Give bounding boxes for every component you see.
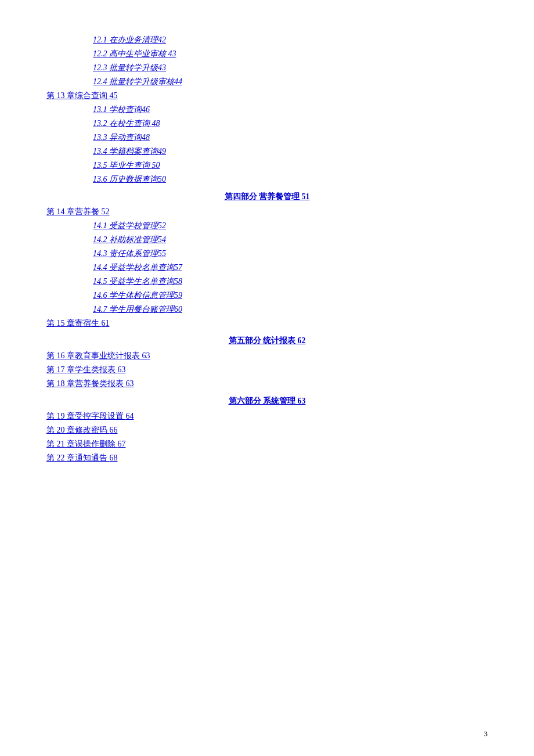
toc-link-14-2[interactable]: 14.2 补助标准管理54 xyxy=(93,235,488,245)
toc-text-17: 第 17 章学生类报表 xyxy=(46,365,118,374)
toc-link-15[interactable]: 第 15 章寄宿生 61 xyxy=(46,318,488,329)
toc-row-14-4: 14.4 受益学校名单查询57 xyxy=(46,262,488,273)
toc-link-13[interactable]: 第 13 章综合查询 45 xyxy=(46,91,488,101)
toc-page-22: 68 xyxy=(110,453,118,462)
toc-link-19[interactable]: 第 19 章受控字段设置 64 xyxy=(46,411,488,422)
toc-link-13-6[interactable]: 13.6 历史数据查询50 xyxy=(93,174,488,185)
toc-page-14-2: 54 xyxy=(158,235,166,244)
toc-text-13-1: 13.1 学校查询 xyxy=(93,105,142,114)
toc-row-19: 第 19 章受控字段设置 64 xyxy=(46,411,488,422)
toc-row-part5: 第五部分 统计报表 62 xyxy=(46,336,488,346)
toc-link-12-3[interactable]: 12.3 批量转学升级43 xyxy=(93,63,488,73)
toc-page-14: 52 xyxy=(102,207,110,216)
toc-text-14-5: 14.5 受益学生名单查询 xyxy=(93,277,174,286)
toc-link-12-2[interactable]: 12.2 高中生毕业审核 43 xyxy=(93,49,488,59)
toc-link-20[interactable]: 第 20 章修改密码 66 xyxy=(46,425,488,435)
toc-text-13-3: 13.3 异动查询 xyxy=(93,133,142,142)
toc-text-13-2: 13.2 在校生查询 xyxy=(93,119,152,128)
toc-page-13: 45 xyxy=(110,91,118,100)
toc-page-12-4: 44 xyxy=(174,77,182,86)
toc-link-16[interactable]: 第 16 章教育事业统计报表 63 xyxy=(46,351,488,361)
toc-link-14-7[interactable]: 14.7 学生用餐台账管理60 xyxy=(93,304,488,315)
toc-page-18: 63 xyxy=(126,379,134,388)
toc-row-22: 第 22 章通知通告 68 xyxy=(46,453,488,463)
toc-row-13-4: 13.4 学籍档案查询49 xyxy=(46,146,488,157)
toc-link-14-5[interactable]: 14.5 受益学生名单查询58 xyxy=(93,276,488,287)
toc-text-part4: 第四部分 营养餐管理 51 xyxy=(225,192,310,201)
toc-page-17: 63 xyxy=(118,365,126,374)
toc-text-13-6: 13.6 历史数据查询 xyxy=(93,175,158,183)
toc-link-part5[interactable]: 第五部分 统计报表 62 xyxy=(46,336,488,346)
toc-row-part4: 第四部分 营养餐管理 51 xyxy=(46,192,488,202)
toc-row-13-1: 13.1 学校查询46 xyxy=(46,105,488,115)
toc-link-part4[interactable]: 第四部分 营养餐管理 51 xyxy=(46,192,488,202)
toc-page-12-3: 43 xyxy=(158,63,166,72)
toc-page-13-1: 46 xyxy=(142,105,150,114)
toc-link-13-5[interactable]: 13.5 毕业生查询 50 xyxy=(93,160,488,171)
toc-page-14-7: 60 xyxy=(174,305,182,314)
toc-row-20: 第 20 章修改密码 66 xyxy=(46,425,488,435)
toc-row-18: 第 18 章营养餐类报表 63 xyxy=(46,379,488,389)
toc-page-13-3: 48 xyxy=(142,133,150,142)
toc-link-14-3[interactable]: 14.3 责任体系管理55 xyxy=(93,249,488,259)
toc-text-14-3: 14.3 责任体系管理 xyxy=(93,249,158,258)
toc-link-18[interactable]: 第 18 章营养餐类报表 63 xyxy=(46,379,488,389)
toc-link-22[interactable]: 第 22 章通知通告 68 xyxy=(46,453,488,463)
toc-page-19: 64 xyxy=(126,412,134,420)
toc-text-12-2: 12.2 高中生毕业审核 xyxy=(93,49,168,58)
toc-text-13: 第 13 章综合查询 xyxy=(46,91,110,100)
toc-row-12-3: 12.3 批量转学升级43 xyxy=(46,63,488,73)
toc-row-14-5: 14.5 受益学生名单查询58 xyxy=(46,276,488,287)
toc-row-14: 第 14 章营养餐 52 xyxy=(46,207,488,217)
toc-row-13-2: 13.2 在校生查询 48 xyxy=(46,118,488,129)
toc-row-13-5: 13.5 毕业生查询 50 xyxy=(46,160,488,171)
toc-link-13-4[interactable]: 13.4 学籍档案查询49 xyxy=(93,146,488,157)
toc-link-14-4[interactable]: 14.4 受益学校名单查询57 xyxy=(93,262,488,273)
toc-text-18: 第 18 章营养餐类报表 xyxy=(46,379,126,388)
toc-row-14-1: 14.1 受益学校管理52 xyxy=(46,221,488,231)
toc-text-20: 第 20 章修改密码 xyxy=(46,426,110,434)
toc-row-21: 第 21 章误操作删除 67 xyxy=(46,439,488,449)
toc-link-21[interactable]: 第 21 章误操作删除 67 xyxy=(46,439,488,449)
toc-page-14-4: 57 xyxy=(174,263,182,272)
toc-text-12-1: 12.1 在办业务清理 xyxy=(93,35,158,44)
toc-page-15: 61 xyxy=(102,319,110,327)
toc-row-13: 第 13 章综合查询 45 xyxy=(46,91,488,101)
toc-text-14-2: 14.2 补助标准管理 xyxy=(93,235,158,244)
toc-page-14-1: 52 xyxy=(158,221,166,230)
toc-link-part6[interactable]: 第六部分 系统管理 63 xyxy=(46,396,488,406)
toc-text-13-4: 13.4 学籍档案查询 xyxy=(93,147,158,156)
toc-link-13-2[interactable]: 13.2 在校生查询 48 xyxy=(93,118,488,129)
toc-text-part5: 第五部分 统计报表 62 xyxy=(229,336,306,345)
toc-text-13-5: 13.5 毕业生查询 xyxy=(93,161,152,170)
toc-link-13-3[interactable]: 13.3 异动查询48 xyxy=(93,132,488,143)
toc-link-12-1[interactable]: 12.1 在办业务清理42 xyxy=(93,35,488,45)
toc-row-13-3: 13.3 异动查询48 xyxy=(46,132,488,143)
toc-page-13-6: 50 xyxy=(158,175,166,183)
toc-row-part6: 第六部分 系统管理 63 xyxy=(46,396,488,406)
toc-link-12-4[interactable]: 12.4 批量转学升级审核44 xyxy=(93,77,488,87)
toc-page-14-6: 59 xyxy=(174,291,182,300)
toc-row-17: 第 17 章学生类报表 63 xyxy=(46,365,488,375)
toc-text-12-4: 12.4 批量转学升级审核 xyxy=(93,77,174,86)
toc-link-17[interactable]: 第 17 章学生类报表 63 xyxy=(46,365,488,375)
toc-link-13-1[interactable]: 13.1 学校查询46 xyxy=(93,105,488,115)
toc-text-12-3: 12.3 批量转学升级 xyxy=(93,63,158,72)
toc-page-12-1: 42 xyxy=(158,35,166,44)
toc-link-14[interactable]: 第 14 章营养餐 52 xyxy=(46,207,488,217)
toc-row-13-6: 13.6 历史数据查询50 xyxy=(46,174,488,185)
toc-page-13-4: 49 xyxy=(158,147,166,156)
toc-row-14-2: 14.2 补助标准管理54 xyxy=(46,235,488,245)
toc-link-14-1[interactable]: 14.1 受益学校管理52 xyxy=(93,221,488,231)
toc-row-12-4: 12.4 批量转学升级审核44 xyxy=(46,77,488,87)
toc-row-15: 第 15 章寄宿生 61 xyxy=(46,318,488,329)
toc-link-14-6[interactable]: 14.6 学生体检信息管理59 xyxy=(93,290,488,301)
toc-page-14-5: 58 xyxy=(174,277,182,286)
toc-page-12-2: 43 xyxy=(168,49,176,58)
toc-row-14-6: 14.6 学生体检信息管理59 xyxy=(46,290,488,301)
toc-page-13-5: 50 xyxy=(152,161,160,170)
toc-row-14-3: 14.3 责任体系管理55 xyxy=(46,249,488,259)
toc-text-16: 第 16 章教育事业统计报表 xyxy=(46,351,142,360)
toc-text-21: 第 21 章误操作删除 xyxy=(46,440,118,448)
toc-page-13-2: 48 xyxy=(152,119,160,128)
